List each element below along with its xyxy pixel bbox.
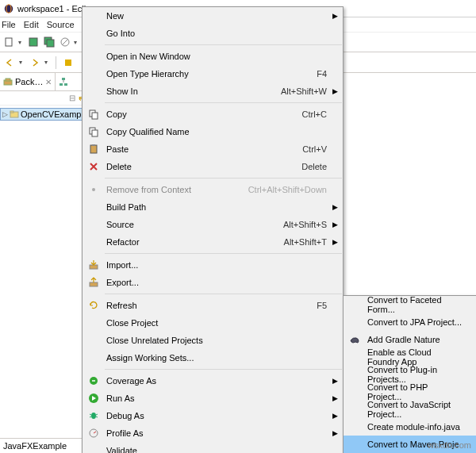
project-icon [10,109,19,119]
svg-line-34 [94,432,96,433]
submenu-arrow-icon: ▶ [332,203,338,211]
svg-rect-13 [64,83,67,86]
submenu-item-moduleinfo[interactable]: Create module-info.java [344,418,476,436]
submenu-item-jpa[interactable]: Convert to JPA Project... [344,313,476,331]
submenu-item-faceted[interactable]: Convert to Faceted Form... [344,296,476,313]
svg-rect-2 [6,38,12,46]
svg-rect-10 [6,79,10,81]
close-icon[interactable]: ✕ [45,78,52,86]
svg-line-32 [96,417,98,417]
context-menu[interactable]: New▶Go IntoOpen in New WindowOpen Type H… [82,6,344,453]
menu-item-copy[interactable]: CopyCtrl+C [83,106,343,123]
new-icon[interactable] [2,35,17,49]
coverage-icon [87,374,100,387]
menu-item-run-as[interactable]: Run As▶ [83,390,343,407]
svg-rect-20 [92,130,98,136]
submenu-arrow-icon: ▶ [332,412,338,420]
menu-item-validate[interactable]: Validate [83,442,343,453]
expand-icon[interactable]: ▷ [2,110,8,118]
import-icon [87,259,100,271]
export-icon [87,276,100,289]
menu-item-assign-ws[interactable]: Assign Working Sets... [83,349,343,367]
menu-item-show-in[interactable]: Show InAlt+Shift+W▶ [83,83,343,100]
menu-item-build-path[interactable]: Build Path▶ [83,198,343,216]
menu-file[interactable]: File [2,20,16,29]
menu-item-refresh[interactable]: RefreshF5 [83,297,343,314]
paste-icon [87,143,100,155]
svg-line-7 [62,39,68,45]
hierarchy-icon [59,77,68,86]
submenu-item-php[interactable]: Convert to PHP Project... [344,383,476,401]
forward-icon[interactable] [28,56,42,70]
watermark: wsxdn.com [428,440,471,450]
submenu-item-javascript[interactable]: Convert to JavaScript Project... [344,401,476,418]
tab-other[interactable] [56,73,71,90]
svg-point-23 [92,188,95,191]
tab-label: Pack… [15,77,43,86]
submenu-arrow-icon: ▶ [332,377,338,385]
skip-icon[interactable] [58,35,72,49]
menu-separator [105,44,342,45]
refresh-icon [87,299,100,312]
debug-icon [87,409,100,422]
save-all-icon[interactable] [42,35,56,49]
menu-item-go-into[interactable]: Go Into [83,25,343,42]
svg-rect-22 [92,144,95,146]
menu-item-new[interactable]: New▶ [83,7,343,25]
copy-icon [87,125,100,138]
stop-icon[interactable] [61,56,75,70]
project-tree[interactable]: ▷ OpenCVExampl [0,106,94,438]
menu-separator [105,253,342,254]
menu-item-debug-as[interactable]: Debug As▶ [83,407,343,424]
submenu-arrow-icon: ▶ [332,238,338,246]
view-tabs: Pack… ✕ [0,73,94,91]
submenu-arrow-icon: ▶ [332,12,338,20]
submenu-item-gradle[interactable]: Add Gradle Nature [344,331,476,348]
menu-edit[interactable]: Edit [24,20,39,29]
menu-item-profile-as[interactable]: Profile As▶ [83,424,343,442]
svg-rect-18 [92,113,98,119]
menu-item-paste[interactable]: PasteCtrl+V [83,140,343,158]
gradle-icon [348,333,361,346]
package-icon [3,77,13,86]
dropdown-icon[interactable]: ▾ [18,39,25,46]
svg-point-0 [5,4,13,13]
svg-rect-11 [62,78,65,80]
submenu-item-plugin[interactable]: Convert to Plug-in Projects... [344,366,476,383]
menu-item-source[interactable]: SourceAlt+Shift+S▶ [83,216,343,233]
menu-item-open-new-window[interactable]: Open in New Window [83,48,343,65]
submenu-arrow-icon: ▶ [332,221,338,228]
footer-project[interactable]: JavaFXExample [0,438,94,453]
menu-item-close-project[interactable]: Close Project [83,314,343,332]
menu-item-delete[interactable]: DeleteDelete [83,158,343,175]
tab-package-explorer[interactable]: Pack… ✕ [0,73,56,90]
svg-rect-5 [47,40,54,47]
save-icon[interactable] [26,35,40,49]
package-explorer: Pack… ✕ ⊟ ⇄ ▾ ▷ OpenCVExampl JavaFXExamp… [0,73,95,453]
svg-rect-25 [90,282,98,286]
collapse-icon[interactable]: ⊟ [69,94,75,102]
back-icon[interactable] [2,56,17,70]
tree-item-opencv[interactable]: ▷ OpenCVExampl [0,108,94,121]
eclipse-icon [3,3,14,14]
menu-item-coverage-as[interactable]: Coverage As▶ [83,372,343,390]
svg-rect-16 [10,111,13,113]
menu-item-copy-qname[interactable]: Copy Qualified Name [83,123,343,140]
svg-rect-12 [60,83,63,86]
menu-item-close-unrelated[interactable]: Close Unrelated Projects [83,332,343,349]
svg-rect-3 [29,38,37,46]
copy-icon [87,108,100,121]
menu-source[interactable]: Source [47,20,75,29]
menu-item-open-type-hier[interactable]: Open Type HierarchyF4 [83,65,343,83]
run-icon [87,392,100,405]
svg-point-28 [91,413,96,419]
menu-item-refactor[interactable]: RefactorAlt+Shift+T▶ [83,233,343,251]
configure-submenu[interactable]: Convert to Faceted Form...Convert to JPA… [343,295,476,453]
menu-item-import[interactable]: Import... [83,256,343,274]
menu-item-export[interactable]: Export... [83,274,343,291]
profile-icon [87,427,100,440]
delete-icon [87,160,100,173]
dropdown-icon[interactable]: ▾ [74,39,80,46]
submenu-item-cloudfoundry[interactable]: Enable as Cloud Foundry App [344,348,476,366]
svg-line-30 [96,414,98,415]
